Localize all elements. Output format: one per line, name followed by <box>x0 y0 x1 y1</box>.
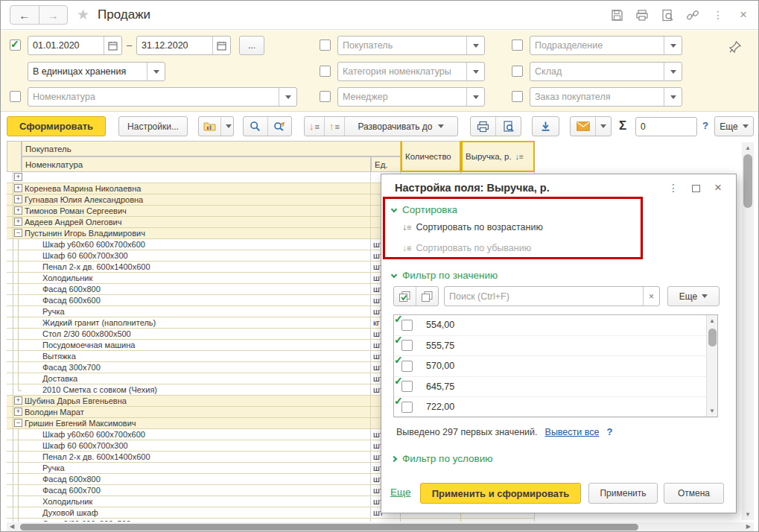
maximize-icon[interactable] <box>692 185 700 192</box>
scroll-up-icon[interactable]: ▲ <box>707 317 717 324</box>
table-row[interactable]: Стол 2/30 600х800х500шт <box>7 519 535 522</box>
cell-name[interactable]: Володин Марат <box>22 407 371 417</box>
back-button[interactable]: ← <box>10 6 39 24</box>
header-nomenclature[interactable]: Номенклатура <box>22 156 371 172</box>
collapse-toggle[interactable]: − <box>14 419 22 427</box>
print-icon[interactable] <box>471 117 495 136</box>
value-list-item[interactable]: 554,00 <box>394 315 717 336</box>
cell-name[interactable]: Холодильник <box>22 273 371 283</box>
scroll-thumb[interactable] <box>20 524 638 531</box>
dialog-more-link[interactable]: Еще <box>390 487 410 498</box>
period-from-input[interactable] <box>28 37 104 54</box>
clear-search-icon[interactable]: × <box>643 287 659 305</box>
sum-sigma-icon[interactable]: Σ <box>619 118 626 133</box>
vertical-scrollbar[interactable]: ▲ ▼ <box>742 142 754 520</box>
dialog-more-icon[interactable]: ⋮ <box>668 182 679 194</box>
calendar-icon[interactable] <box>104 37 121 54</box>
category-input[interactable] <box>338 63 466 80</box>
value-checkbox[interactable] <box>401 320 413 331</box>
cell-name[interactable]: Духовой шкаф <box>22 507 371 518</box>
close-icon[interactable]: × <box>736 7 751 22</box>
generate-button[interactable]: Сформировать <box>7 116 106 136</box>
sum-value-input[interactable] <box>635 117 697 136</box>
cell-name[interactable]: Доставка <box>22 373 371 384</box>
show-all-link[interactable]: Вывести все <box>545 427 600 437</box>
dialog-close-icon[interactable]: × <box>714 180 722 195</box>
cell-name[interactable]: Пенал 2-х дв. 600х1400х600 <box>22 262 371 272</box>
buyer-input[interactable] <box>338 37 466 54</box>
cell-name[interactable]: Коренева Марина Николаевна <box>22 183 371 194</box>
value-list-item[interactable]: 645,75 <box>394 377 717 398</box>
units-mode-input[interactable] <box>28 63 147 80</box>
value-list-item[interactable]: 555,75 <box>394 336 717 357</box>
print-preview-icon[interactable] <box>660 7 675 22</box>
chevron-down-icon[interactable] <box>147 63 165 80</box>
cell-name[interactable]: Вытяжка <box>22 351 371 361</box>
forward-button[interactable]: → <box>39 6 68 24</box>
cell-name[interactable]: Тимонов Роман Сергеевич <box>22 206 371 216</box>
cell-name[interactable]: Пустынин Игорь Владимирович <box>22 228 371 238</box>
cell-name[interactable] <box>22 172 371 183</box>
header-unit[interactable]: Ед. <box>371 156 401 172</box>
sort-descending-icon[interactable]: ↓≡ <box>515 152 524 161</box>
value-checkbox[interactable] <box>401 340 413 351</box>
scroll-right-icon[interactable]: ▶ <box>746 523 751 530</box>
value-list-item[interactable]: 722,00 <box>394 397 717 418</box>
cell-name[interactable]: Фасад 600х600 <box>22 295 371 305</box>
link-icon[interactable] <box>685 7 700 22</box>
value-list-scrollbar[interactable]: ▲ ▼ <box>706 315 717 417</box>
header-revenue[interactable]: Выручка, р. ↓≡ <box>461 141 535 172</box>
value-checkbox[interactable] <box>401 402 413 413</box>
expand-toggle[interactable]: + <box>14 184 22 192</box>
cell-name[interactable]: Гришин Евгений Максимович <box>22 418 371 428</box>
expand-to-dropdown[interactable]: Разворачивать до <box>344 117 457 136</box>
manager-checkbox[interactable] <box>320 91 331 102</box>
cell-name[interactable]: 2010 Сметка с совком (Чехия) <box>22 384 371 395</box>
header-buyer[interactable]: Покупатель <box>22 141 401 156</box>
calendar-icon[interactable] <box>212 37 230 54</box>
cell-unit[interactable]: шт <box>371 519 401 522</box>
value-list-item[interactable]: 570,00 <box>394 356 717 377</box>
cell-name[interactable]: Стол 2/30 600х800х500 <box>22 329 371 339</box>
cell-name[interactable]: Жидкий гранит (наполнитель) <box>22 317 371 328</box>
expand-toggle[interactable]: + <box>14 195 22 203</box>
print-icon[interactable] <box>635 7 650 22</box>
manager-input[interactable] <box>338 88 466 106</box>
category-checkbox[interactable] <box>320 66 331 77</box>
scroll-down-icon[interactable]: ▼ <box>707 408 717 414</box>
scroll-down-icon[interactable]: ▼ <box>742 511 754 518</box>
help-icon[interactable]: ? <box>702 120 708 131</box>
chevron-down-icon[interactable] <box>466 88 484 106</box>
cell-name[interactable]: Стол 2/30 600х800х500 <box>22 519 371 522</box>
cell-name[interactable]: Шкаф у60х60 600х700х600 <box>22 239 371 250</box>
chevron-down-icon[interactable] <box>279 88 296 106</box>
send-mail-button[interactable] <box>570 116 612 136</box>
scroll-thumb[interactable] <box>708 329 717 346</box>
collapse-toggle[interactable]: − <box>14 229 22 237</box>
more-vertical-icon[interactable]: ⋮ <box>711 7 725 22</box>
warehouse-input[interactable] <box>530 63 664 80</box>
cell-name[interactable]: Фасад 600х700 <box>22 485 371 495</box>
cell-quantity[interactable] <box>401 519 461 522</box>
sort-ascending-item[interactable]: ↓≡ Сортировать по возрастанию <box>402 222 543 232</box>
expand-toggle[interactable]: + <box>14 396 22 405</box>
search-icon[interactable] <box>244 117 267 136</box>
sort-ascending-icon[interactable]: ↑≡ <box>324 117 344 136</box>
apply-button[interactable]: Применить <box>588 483 658 504</box>
scroll-left-icon[interactable]: ◀ <box>10 523 14 530</box>
expand-toggle[interactable]: + <box>14 218 22 226</box>
value-checkbox[interactable] <box>401 361 413 372</box>
value-checkbox[interactable] <box>401 381 413 392</box>
cell-name[interactable]: Холодильник <box>22 496 371 507</box>
nomenclature-input[interactable] <box>28 88 279 106</box>
cell-name[interactable]: Ручка <box>22 463 371 473</box>
apply-and-generate-button[interactable]: Применить и сформировать <box>420 483 581 504</box>
chevron-down-icon[interactable] <box>664 37 682 54</box>
sorting-section-header[interactable]: Сортировка <box>392 204 457 215</box>
order-checkbox[interactable] <box>512 91 523 102</box>
cell-name[interactable]: Шкаф 60 600х700х300 <box>22 250 371 261</box>
cell-name[interactable]: Фасад 600х800 <box>22 474 371 484</box>
cell-revenue[interactable] <box>461 519 535 522</box>
settings-button[interactable]: Настройки... <box>118 116 188 136</box>
filter-by-value-header[interactable]: Фильтр по значению <box>392 270 498 281</box>
